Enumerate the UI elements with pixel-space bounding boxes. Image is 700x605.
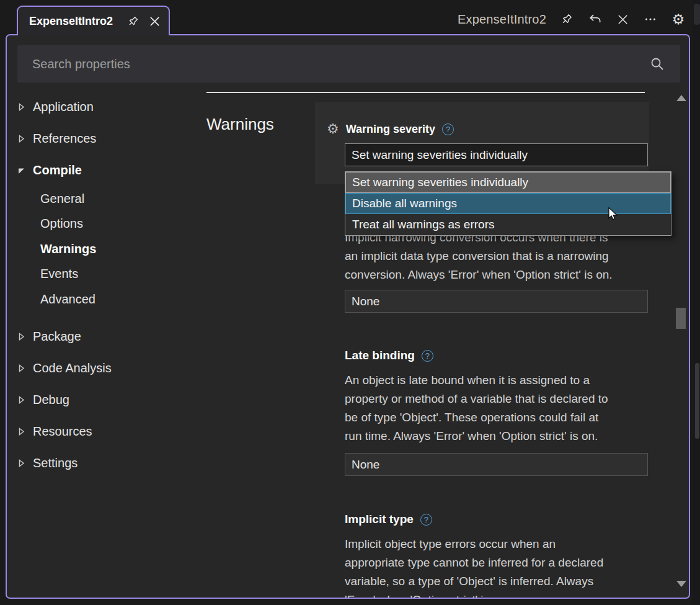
implicit-narrowing-value: None [352, 295, 379, 308]
close-icon[interactable] [615, 12, 630, 27]
sidebar-item-label: Debug [33, 393, 69, 407]
scrollbar-thumb[interactable] [676, 308, 686, 329]
sidebar-item-general[interactable]: General [17, 190, 84, 207]
content-divider [206, 92, 645, 93]
pin-icon[interactable] [559, 12, 574, 27]
sidebar-item-application[interactable]: Application [17, 98, 94, 115]
search-bar [17, 45, 680, 83]
sidebar-item-compile[interactable]: Compile [17, 161, 82, 179]
shell-scrollbar-top [694, 4, 700, 25]
property-gear-icon[interactable]: ⚙ [327, 122, 339, 136]
warning-severity-combobox[interactable]: Set warning severities individually [345, 143, 648, 166]
sidebar-item-advanced[interactable]: Advanced [17, 290, 95, 308]
chevron-collapsed-icon[interactable] [17, 428, 25, 436]
sidebar-item-label: Events [40, 267, 78, 281]
shell-scrollbar-thumb[interactable] [695, 363, 699, 439]
late-binding-description: An object is late bound when it is assig… [345, 371, 661, 446]
sidebar-item-options[interactable]: Options [17, 215, 83, 232]
option-disable-all-warnings[interactable]: Disable all warnings [345, 193, 671, 214]
implicit-type-description: Implicit object type errors occur when a… [345, 535, 661, 598]
sidebar-item-debug[interactable]: Debug [17, 391, 69, 408]
scrollbar-up-button[interactable] [676, 95, 686, 101]
help-icon[interactable]: ? [420, 514, 432, 526]
option-set-warning-severities-individually[interactable]: Set warning severities individually [345, 172, 671, 193]
more-options-icon[interactable] [643, 12, 658, 27]
undo-icon[interactable] [587, 12, 602, 27]
option-treat-all-warnings-as-errors[interactable]: Treat all warnings as errors [345, 214, 671, 235]
tab-close-icon[interactable] [148, 14, 161, 29]
sidebar-item-code-analysis[interactable]: Code Analysis [17, 359, 112, 377]
sidebar-item-label: General [40, 192, 84, 206]
chevron-collapsed-icon[interactable] [17, 459, 25, 467]
chevron-expanded-icon[interactable] [17, 166, 25, 174]
chevron-collapsed-icon[interactable] [17, 364, 25, 372]
sidebar-item-label: References [33, 132, 96, 146]
sidebar-item-package[interactable]: Package [17, 328, 81, 345]
help-icon[interactable]: ? [422, 350, 433, 362]
implicit-narrowing-combobox[interactable]: None [345, 290, 648, 313]
search-icon [649, 56, 665, 72]
late-binding-row: Late binding ? [345, 349, 433, 362]
sidebar-item-resources[interactable]: Resources [17, 423, 92, 440]
shell-scrollbar-track [693, 0, 700, 605]
chevron-collapsed-icon[interactable] [17, 333, 25, 341]
sidebar-item-label: Code Analysis [33, 361, 112, 375]
sidebar-item-label: Advanced [40, 292, 95, 307]
page-title: Warnings [206, 115, 274, 134]
sidebar-item-label: Compile [33, 163, 82, 177]
late-binding-value: None [352, 458, 379, 472]
warning-severity-value: Set warning severities individually [352, 148, 528, 162]
sidebar-item-label: Application [33, 100, 94, 114]
sidebar-item-warnings[interactable]: Warnings [17, 240, 96, 258]
warning-severity-label: Warning severity [346, 123, 435, 136]
sidebar-item-label: Settings [33, 456, 78, 470]
sidebar-item-references[interactable]: References [17, 130, 96, 147]
tab-pin-icon[interactable] [126, 14, 140, 29]
document-tab[interactable]: ExpenseItIntro2 [17, 6, 170, 35]
implicit-narrowing-description: Implicit narrowing conversion occurs whe… [345, 228, 655, 284]
window-titlebar: ExpenseItIntro2 ⚙ [458, 9, 686, 30]
chevron-collapsed-icon[interactable] [17, 135, 25, 143]
settings-gear-icon[interactable]: ⚙ [671, 12, 686, 27]
implicit-type-row: Implicit type ? [345, 513, 432, 526]
sidebar-item-events[interactable]: Events [17, 265, 78, 282]
sidebar-item-label: Options [40, 217, 83, 231]
chevron-collapsed-icon[interactable] [17, 396, 25, 404]
late-binding-label: Late binding [345, 349, 415, 362]
tab-title: ExpenseItIntro2 [29, 15, 113, 28]
sidebar-item-label: Resources [33, 424, 92, 439]
implicit-type-label: Implicit type [345, 513, 414, 526]
implicit-type-description-clip: Implicit object type errors occur when a… [345, 535, 661, 598]
sidebar-item-label: Package [33, 329, 81, 344]
help-icon[interactable]: ? [442, 123, 454, 135]
window-title: ExpenseItIntro2 [458, 12, 546, 27]
sidebar-item-label: Warnings [40, 242, 96, 256]
scrollbar-down-button[interactable] [676, 581, 686, 587]
warning-severity-row: ⚙ Warning severity ? [327, 122, 454, 136]
search-input[interactable] [17, 45, 649, 83]
chevron-collapsed-icon[interactable] [17, 103, 25, 111]
sidebar-item-settings[interactable]: Settings [17, 454, 78, 472]
warning-severity-listbox: Set warning severities individuallyDisab… [345, 171, 671, 236]
late-binding-combobox[interactable]: None [345, 453, 648, 476]
mouse-cursor [605, 206, 620, 223]
